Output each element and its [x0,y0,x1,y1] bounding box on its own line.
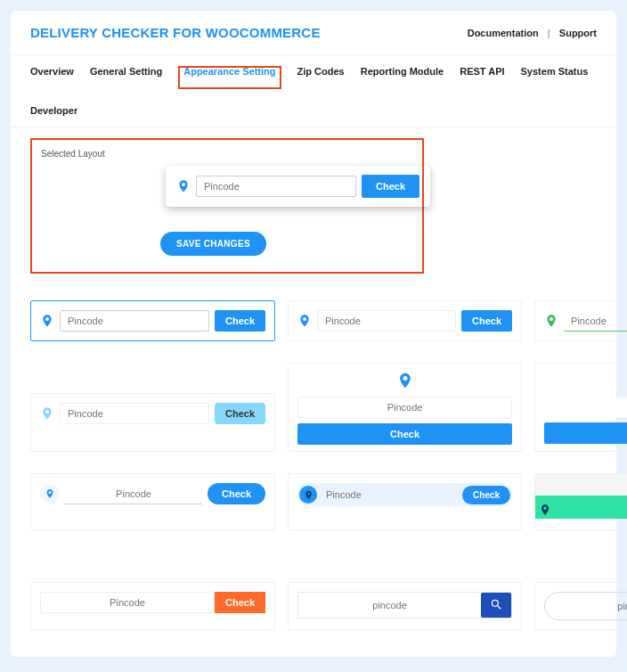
check-button[interactable]: Check [462,486,510,504]
location-pin-icon [396,370,414,391]
app-page: DELIVERY CHECKER FOR WOOCOMMERCE Documen… [11,11,616,657]
selected-layout-label: Selected Layout [41,149,413,159]
search-icon [490,598,502,611]
tab-general-setting[interactable]: General Setting [90,66,162,89]
pincode-input[interactable] [65,484,202,504]
location-pin-icon [40,405,54,422]
layout-option[interactable]: Pincode Check [534,473,627,530]
divider: | [548,28,550,38]
tab-rest-api[interactable]: REST API [460,66,504,89]
location-pin-icon [297,312,312,330]
layout-option[interactable]: Check [30,473,275,530]
pincode-input[interactable] [545,596,627,616]
tab-zip-codes[interactable]: Zip Codes [297,66,345,89]
layout-option[interactable] [534,582,627,630]
layout-option[interactable]: Check [288,473,522,530]
selected-layout-box: Selected Layout Check SAVE CHANGES [30,138,424,274]
layout-option[interactable]: Check [534,363,627,452]
location-pin-icon [544,312,558,330]
tabs-bar: Overview General Setting Appearance Sett… [11,54,616,127]
check-button[interactable]: Check [215,310,265,332]
check-button[interactable]: Check [215,592,265,613]
location-pin-icon [539,503,551,517]
support-link[interactable]: Support [559,28,597,38]
pincode-input[interactable] [196,176,356,197]
check-button[interactable]: Check [461,310,512,332]
layout-grid: Check Check Check [30,300,597,630]
pincode-input[interactable] [60,310,209,332]
pincode-input[interactable] [564,311,627,332]
check-button[interactable]: Check [215,403,265,424]
documentation-link[interactable]: Documentation [468,28,539,38]
header-links: Documentation | Support [468,28,597,38]
tab-developer[interactable]: Developer [30,105,77,127]
content-area: Selected Layout Check SAVE CHANGES [11,127,616,657]
save-changes-button[interactable]: SAVE CHANGES [160,232,266,256]
layout-option[interactable]: Check [288,363,522,452]
layout-option[interactable]: Check [288,300,522,341]
search-button[interactable] [481,593,511,618]
check-button[interactable]: Check [544,422,627,444]
svg-line-1 [498,606,501,610]
pincode-input[interactable] [40,592,215,613]
layout-option[interactable] [288,582,522,630]
pincode-input[interactable] [297,397,512,418]
check-button[interactable]: Check [297,423,512,445]
pincode-input[interactable] [60,403,209,424]
location-pin-icon [299,486,317,504]
pincode-input[interactable] [544,397,627,417]
check-button[interactable]: Check [362,175,419,198]
pincode-input[interactable] [317,310,456,332]
tab-reporting-module[interactable]: Reporting Module [361,66,444,89]
header: DELIVERY CHECKER FOR WOOCOMMERCE Documen… [11,11,616,49]
layout-option[interactable]: Check [534,300,627,341]
selected-layout-preview: Check [166,166,430,207]
pincode-input[interactable]: Pincode [535,474,627,496]
app-title: DELIVERY CHECKER FOR WOOCOMMERCE [30,25,321,40]
location-pin-icon [40,484,60,504]
layout-option[interactable]: Check [30,300,275,341]
layout-option[interactable]: Check [30,393,275,452]
tab-system-status[interactable]: System Status [521,66,589,89]
pincode-input[interactable] [317,485,462,504]
svg-point-0 [492,600,498,606]
tab-appearance-setting[interactable]: Appearance Setting [178,66,281,89]
layout-option[interactable]: Check [30,582,275,630]
tab-overview[interactable]: Overview [30,66,74,89]
location-pin-icon [176,177,191,195]
pincode-input[interactable] [298,593,481,618]
check-button[interactable]: Check [208,483,265,504]
location-pin-icon [40,312,54,330]
